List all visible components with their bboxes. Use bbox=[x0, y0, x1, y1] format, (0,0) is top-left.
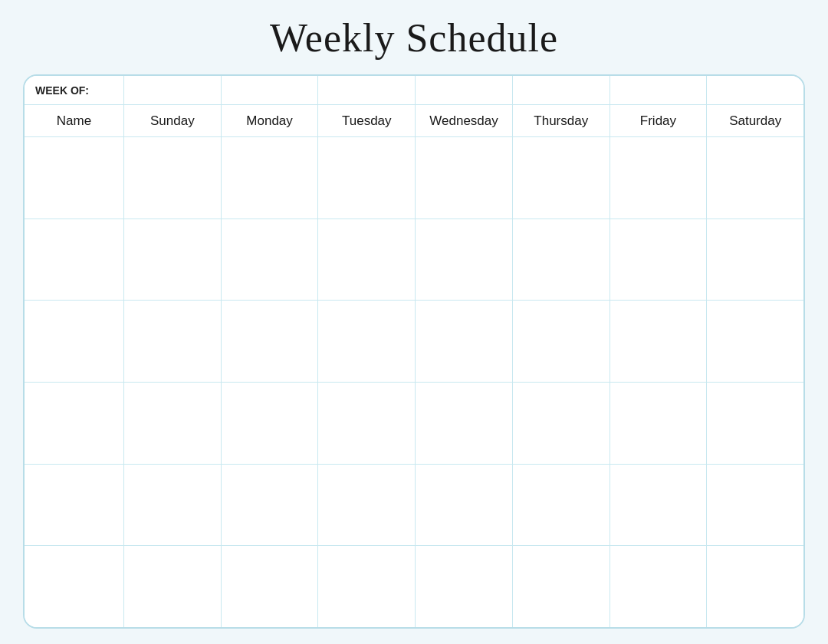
row1-friday[interactable] bbox=[610, 137, 708, 219]
row3-thursday[interactable] bbox=[513, 301, 610, 382]
row4-name[interactable] bbox=[25, 383, 124, 464]
row5-thursday[interactable] bbox=[513, 465, 610, 546]
row5-name[interactable] bbox=[25, 465, 124, 546]
page-title: Weekly Schedule bbox=[270, 15, 558, 61]
table-row bbox=[25, 301, 803, 383]
header-saturday: Saturday bbox=[707, 105, 803, 136]
row4-saturday[interactable] bbox=[707, 383, 803, 464]
row6-tuesday[interactable] bbox=[318, 546, 416, 627]
row5-sunday[interactable] bbox=[124, 465, 222, 546]
header-sunday: Sunday bbox=[124, 105, 222, 136]
week-of-cell-3 bbox=[318, 76, 416, 104]
row2-friday[interactable] bbox=[610, 219, 708, 301]
week-of-cell-7 bbox=[707, 76, 803, 104]
row1-sunday[interactable] bbox=[124, 137, 222, 219]
row2-wednesday[interactable] bbox=[416, 219, 513, 301]
row1-thursday[interactable] bbox=[513, 137, 610, 219]
row4-sunday[interactable] bbox=[124, 383, 222, 464]
row1-monday[interactable] bbox=[222, 137, 319, 219]
row3-name[interactable] bbox=[25, 301, 124, 382]
header-thursday: Thursday bbox=[513, 105, 610, 136]
table-row bbox=[25, 546, 803, 627]
table-row bbox=[25, 383, 803, 465]
row2-sunday[interactable] bbox=[124, 219, 222, 301]
row5-tuesday[interactable] bbox=[318, 465, 416, 546]
row4-monday[interactable] bbox=[222, 383, 319, 464]
week-of-cell-5 bbox=[513, 76, 610, 104]
header-wednesday: Wednesday bbox=[416, 105, 513, 136]
row2-saturday[interactable] bbox=[707, 219, 803, 301]
week-of-cells bbox=[124, 76, 803, 104]
row6-thursday[interactable] bbox=[513, 546, 610, 627]
row6-saturday[interactable] bbox=[707, 546, 803, 627]
row3-friday[interactable] bbox=[610, 301, 708, 382]
row3-monday[interactable] bbox=[222, 301, 319, 382]
week-of-cell-1 bbox=[124, 76, 222, 104]
row4-friday[interactable] bbox=[610, 383, 708, 464]
week-of-cell-4 bbox=[416, 76, 513, 104]
header-monday: Monday bbox=[222, 105, 319, 136]
row3-tuesday[interactable] bbox=[318, 301, 416, 382]
row1-saturday[interactable] bbox=[707, 137, 803, 219]
row6-friday[interactable] bbox=[610, 546, 708, 627]
table-row bbox=[25, 219, 803, 301]
schedule-container: WEEK OF: Name Sunday Monday Tuesday Wedn… bbox=[23, 74, 805, 629]
row3-sunday[interactable] bbox=[124, 301, 222, 382]
row3-saturday[interactable] bbox=[707, 301, 803, 382]
row5-saturday[interactable] bbox=[707, 465, 803, 546]
row1-name[interactable] bbox=[25, 137, 124, 219]
header-friday: Friday bbox=[610, 105, 708, 136]
week-of-cell-6 bbox=[610, 76, 708, 104]
row6-name[interactable] bbox=[25, 546, 124, 627]
row5-monday[interactable] bbox=[222, 465, 319, 546]
row6-sunday[interactable] bbox=[124, 546, 222, 627]
row3-wednesday[interactable] bbox=[416, 301, 513, 382]
table-row bbox=[25, 137, 803, 219]
table-row bbox=[25, 465, 803, 547]
row5-friday[interactable] bbox=[610, 465, 708, 546]
row6-wednesday[interactable] bbox=[416, 546, 513, 627]
row4-tuesday[interactable] bbox=[318, 383, 416, 464]
row1-tuesday[interactable] bbox=[318, 137, 416, 219]
header-tuesday: Tuesday bbox=[318, 105, 416, 136]
header-row: Name Sunday Monday Tuesday Wednesday Thu… bbox=[25, 105, 803, 137]
row2-name[interactable] bbox=[25, 219, 124, 301]
week-of-row: WEEK OF: bbox=[25, 76, 803, 105]
row4-thursday[interactable] bbox=[513, 383, 610, 464]
row4-wednesday[interactable] bbox=[416, 383, 513, 464]
week-of-cell-2 bbox=[222, 76, 319, 104]
row2-thursday[interactable] bbox=[513, 219, 610, 301]
row1-wednesday[interactable] bbox=[416, 137, 513, 219]
row2-tuesday[interactable] bbox=[318, 219, 416, 301]
row6-monday[interactable] bbox=[222, 546, 319, 627]
header-name: Name bbox=[25, 105, 124, 136]
week-of-label: WEEK OF: bbox=[25, 76, 124, 104]
row5-wednesday[interactable] bbox=[416, 465, 513, 546]
grid-body bbox=[25, 137, 803, 627]
row2-monday[interactable] bbox=[222, 219, 319, 301]
